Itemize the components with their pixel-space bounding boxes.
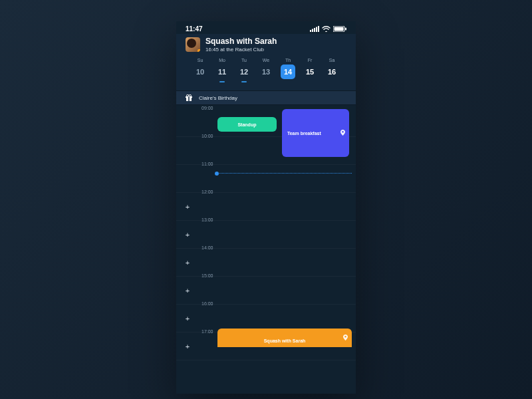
location-pin-icon bbox=[340, 130, 345, 136]
svg-rect-0 bbox=[310, 30, 311, 32]
featured-event-title: Squash with Sarah bbox=[205, 37, 277, 46]
svg-point-14 bbox=[344, 336, 346, 337]
hour-label: 11:00 bbox=[201, 162, 213, 166]
all-day-banner[interactable]: Claire's Birthday bbox=[176, 90, 356, 105]
hour-label: 16:00 bbox=[201, 301, 213, 306]
day-number: 16 bbox=[325, 65, 339, 79]
week-strip: Su10Mo11Tu12We13Th14Fr15Sa16 bbox=[186, 53, 346, 86]
svg-point-13 bbox=[342, 131, 343, 132]
event-color-badge bbox=[198, 49, 200, 52]
hour-label: 09:00 bbox=[201, 106, 213, 110]
day-tu[interactable]: Tu12 bbox=[235, 58, 253, 82]
cellular-icon bbox=[310, 26, 319, 32]
day-mo[interactable]: Mo11 bbox=[213, 58, 231, 82]
day-sa[interactable]: Sa16 bbox=[323, 58, 341, 82]
event-block[interactable]: Squash with Sarah bbox=[217, 329, 352, 347]
add-event-button[interactable]: + bbox=[183, 202, 192, 211]
event-title: Squash with Sarah bbox=[264, 338, 306, 343]
schedule[interactable]: 09:00+10:00+11:00+12:00+13:00+14:00+15:0… bbox=[176, 105, 356, 360]
svg-point-11 bbox=[187, 94, 189, 96]
day-of-week-label: Th bbox=[285, 58, 291, 63]
svg-rect-3 bbox=[316, 27, 317, 33]
events-layer: StandupTeam breakfastSquash with Sarah bbox=[217, 105, 352, 360]
add-event-button[interactable]: + bbox=[183, 230, 192, 239]
hour-label: 13:00 bbox=[201, 217, 213, 222]
hour-label: 12:00 bbox=[201, 190, 213, 194]
day-number: 15 bbox=[303, 65, 317, 79]
event-title: Team breakfast bbox=[287, 131, 344, 136]
day-of-week-label: Mo bbox=[219, 58, 225, 63]
add-event-button[interactable]: + bbox=[183, 258, 192, 267]
event-title: Standup bbox=[237, 122, 256, 127]
event-block[interactable]: Team breakfast bbox=[282, 109, 349, 157]
hour-label: 14:00 bbox=[201, 245, 213, 250]
battery-icon bbox=[333, 26, 346, 32]
hour-label: 17:00 bbox=[201, 329, 213, 334]
day-marker-dot bbox=[219, 81, 225, 82]
add-event-button[interactable]: + bbox=[183, 286, 192, 295]
day-of-week-label: Su bbox=[198, 58, 203, 63]
day-number: 10 bbox=[193, 65, 207, 79]
all-day-label: Claire's Birthday bbox=[199, 95, 237, 101]
svg-rect-10 bbox=[188, 96, 190, 101]
svg-rect-4 bbox=[318, 26, 319, 32]
day-th[interactable]: Th14 bbox=[279, 58, 297, 82]
featured-event[interactable]: Squash with Sarah 16:45 at the Racket Cl… bbox=[186, 37, 346, 53]
avatar bbox=[186, 37, 200, 52]
add-event-button[interactable]: + bbox=[183, 342, 192, 351]
svg-rect-6 bbox=[334, 27, 344, 31]
day-of-week-label: Tu bbox=[241, 58, 247, 63]
day-number: 12 bbox=[237, 65, 251, 79]
day-fr[interactable]: Fr15 bbox=[301, 58, 319, 82]
gift-icon bbox=[186, 94, 192, 101]
hour-label: 10:00 bbox=[201, 134, 213, 138]
svg-rect-7 bbox=[345, 28, 346, 31]
day-number: 13 bbox=[259, 65, 273, 79]
status-time: 11:47 bbox=[186, 25, 203, 33]
day-number: 11 bbox=[215, 65, 229, 79]
status-bar: 11:47 bbox=[176, 21, 356, 34]
phone-frame: 11:47 Squash with Sarah 16:45 at the Rac… bbox=[176, 21, 356, 394]
day-of-week-label: Sa bbox=[329, 58, 335, 63]
day-of-week-label: We bbox=[263, 58, 269, 63]
wifi-icon bbox=[322, 26, 331, 32]
svg-rect-2 bbox=[314, 28, 315, 32]
status-indicators bbox=[310, 26, 346, 32]
day-of-week-label: Fr bbox=[308, 58, 313, 63]
hour-label: 15:00 bbox=[201, 273, 213, 278]
add-event-button[interactable]: + bbox=[183, 314, 192, 323]
featured-event-subtitle: 16:45 at the Racket Club bbox=[205, 47, 277, 53]
svg-rect-1 bbox=[312, 29, 313, 33]
header: Squash with Sarah 16:45 at the Racket Cl… bbox=[176, 34, 356, 90]
event-block[interactable]: Standup bbox=[217, 117, 277, 132]
day-number: 14 bbox=[281, 65, 295, 79]
day-su[interactable]: Su10 bbox=[191, 58, 209, 82]
svg-point-12 bbox=[189, 94, 191, 96]
day-we[interactable]: We13 bbox=[257, 58, 275, 82]
location-pin-icon bbox=[343, 334, 348, 341]
current-time-indicator bbox=[217, 173, 352, 174]
day-marker-dot bbox=[241, 81, 247, 82]
